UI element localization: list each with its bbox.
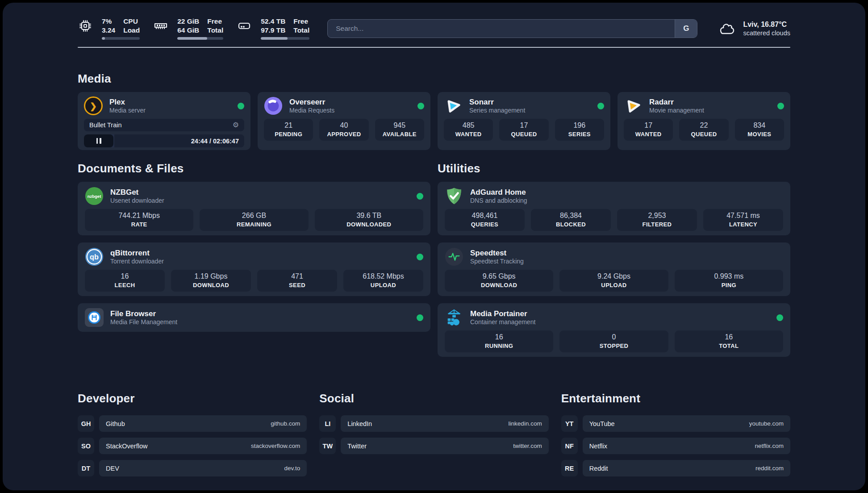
stat-tile: 2,953FILTERED [617,209,697,231]
bookmark-name: StackOverflow [106,443,147,450]
stat-tile: 618.52 MbpsUPLOAD [343,270,423,292]
bookmark-url: youtube.com [749,420,784,427]
playback-progress-bar: 24:44 / 02:06:47 [84,134,244,147]
stat-tile: 9.24 GbpsUPLOAD [559,270,668,292]
bookmark-name: Twitter [347,443,367,450]
portainer-icon [445,308,463,327]
now-playing-title: Bullet Train [89,121,122,129]
app-card-overseerr: Overseerr Media Requests 21PENDING 40APP… [258,92,430,150]
bookmark-url: twitter.com [513,443,542,449]
status-dot-online [417,193,423,200]
top-bar: 7%3.24 CPULoad 22 GiB64 GiB FreeTotal [78,3,790,40]
app-card-speedtest: Speedtest Speedtest Tracking 9.65 GbpsDO… [438,242,790,296]
stat-tile: 9.65 GbpsDOWNLOAD [445,270,553,292]
speedtest-icon [445,247,463,266]
memory-stat: 22 GiB64 GiB FreeTotal [153,17,223,40]
bookmark-twitter[interactable]: TW Twittertwitter.com [319,438,548,454]
stat-tile: 86,384BLOCKED [531,209,611,231]
memory-icon [153,18,168,33]
bookmark-name: Reddit [589,465,608,472]
cpu-load-label: Load [123,26,140,35]
memory-total-label: Total [207,26,223,35]
cpu-progress-bar [102,37,140,40]
stat-tile: 17QUEUED [499,119,548,141]
memory-total-value: 64 GiB [177,26,199,35]
playback-time: 24:44 / 02:06:47 [191,138,244,145]
app-subtitle: Usenet downloader [110,197,164,205]
stat-tiles: 16LEECH 1.19 GbpsDOWNLOAD 471SEED 618.52… [85,270,423,292]
bookmark-stackoverflow[interactable]: SO StackOverflowstackoverflow.com [78,438,307,454]
bookmark-github[interactable]: GH Githubgithub.com [78,415,307,432]
memory-free-label: Free [207,17,223,26]
search-input[interactable] [328,20,675,38]
app-name: Speedtest [470,248,524,258]
stat-tile: 945AVAILABLE [375,119,424,141]
app-link-sonarr[interactable]: Sonarr Series management [444,96,604,115]
app-name: NZBGet [110,188,164,197]
disk-total-value: 97.9 TB [261,26,285,35]
app-link-radarr[interactable]: Radarr Movie management [624,96,784,115]
bookmark-netflix[interactable]: NF Netflixnetflix.com [561,438,790,454]
documents-column: Documents & Files nzbget NZBGet Usenet d… [78,162,430,364]
app-subtitle: Movie management [649,107,704,115]
stat-tiles: 498,461QUERIES 86,384BLOCKED 2,953FILTER… [445,209,783,231]
overseerr-icon [264,96,283,115]
bookmark-abbr: NF [561,438,578,454]
stat-tile: 1.19 GbpsDOWNLOAD [171,270,251,292]
now-playing-row: Bullet Train ⚙ [84,119,244,131]
pause-button[interactable] [84,134,113,147]
bookmark-dev[interactable]: DT DEVdev.to [78,460,307,476]
dashboard-page: 7%3.24 CPULoad 22 GiB64 GiB FreeTotal [3,3,865,490]
app-link-overseerr[interactable]: Overseerr Media Requests [264,96,424,115]
weather-widget[interactable]: Lviv, 16.87°C scattered clouds [718,21,790,37]
disk-free-label: Free [293,17,309,26]
app-link-portainer[interactable]: Media Portainer Container management [445,308,783,327]
section-title-utilities: Utilities [438,162,790,175]
stat-tiles: 744.21 MbpsRATE 266 GBREMAINING 39.6 TBD… [85,209,423,231]
link-group-entertainment: Entertainment YT YouTubeyoutube.com NF N… [561,392,790,482]
cpu-usage-value: 7% [102,17,115,26]
bookmark-abbr: GH [78,415,94,432]
disk-free-value: 52.4 TB [261,17,285,26]
bookmark-youtube[interactable]: YT YouTubeyoutube.com [561,415,790,432]
system-stats: 7%3.24 CPULoad 22 GiB64 GiB FreeTotal [78,17,309,40]
link-group-social: Social LI LinkedInlinkedin.com TW Twitte… [319,392,548,482]
bookmark-name: LinkedIn [347,420,372,427]
bookmark-name: DEV [106,465,119,472]
app-card-portainer: Media Portainer Container management 16R… [438,303,790,357]
app-link-adguard[interactable]: AdGuard Home DNS and adblocking [445,187,783,205]
app-name: Plex [109,97,146,107]
cpu-load-value: 3.24 [102,26,115,35]
qbittorrent-icon: qb [85,247,104,266]
bookmark-reddit[interactable]: RE Redditreddit.com [561,460,790,476]
bookmark-abbr: SO [78,438,94,454]
bookmark-linkedin[interactable]: LI LinkedInlinkedin.com [319,415,548,432]
stat-tile: 17WANTED [624,119,673,141]
app-link-speedtest[interactable]: Speedtest Speedtest Tracking [445,247,783,266]
cpu-stat: 7%3.24 CPULoad [78,17,140,40]
app-card-sonarr: Sonarr Series management 485WANTED 17QUE… [438,92,610,150]
nzbget-icon: nzbget [85,187,104,205]
bookmark-url: github.com [271,420,300,427]
section-title-developer: Developer [78,392,307,405]
app-link-qbittorrent[interactable]: qb qBittorrent Torrent downloader [85,247,423,266]
bookmark-abbr: DT [78,460,94,476]
memory-free-value: 22 GiB [177,17,199,26]
weather-condition: scattered clouds [743,29,790,37]
app-link-plex[interactable]: ❯ Plex Media server [84,96,244,115]
stat-tile: 22QUEUED [679,119,728,141]
stat-tiles: 16RUNNING 0STOPPED 16TOTAL [445,330,783,352]
stat-tile: 16LEECH [85,270,165,292]
stat-tile: 266 GBREMAINING [200,209,308,231]
disk-progress-bar [261,37,309,40]
app-name: Media Portainer [470,309,535,318]
bookmark-url: stackoverflow.com [251,443,300,449]
app-card-plex: ❯ Plex Media server Bullet Train ⚙ 24:44… [78,92,250,150]
app-link-nzbget[interactable]: nzbget NZBGet Usenet downloader [85,187,423,205]
stat-tile: 471SEED [257,270,337,292]
app-link-filebrowser[interactable]: File Browser Media File Management [85,308,423,327]
search-engine-button[interactable]: G [675,20,697,38]
settings-icon[interactable]: ⚙ [233,121,239,129]
cpu-label: CPU [123,17,140,26]
stat-tile: 16TOTAL [675,330,783,352]
